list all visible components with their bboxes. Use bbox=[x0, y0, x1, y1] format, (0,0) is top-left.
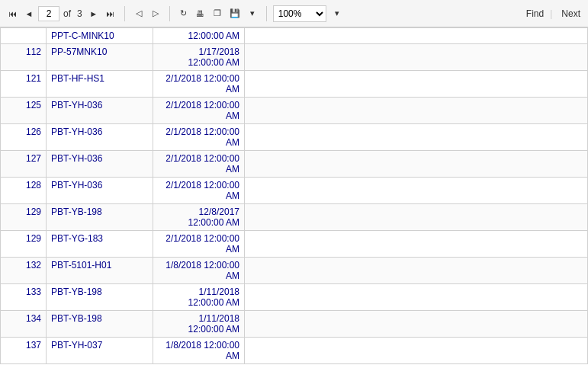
layout-button[interactable]: ❐ bbox=[210, 5, 225, 22]
cell-extra bbox=[245, 28, 588, 44]
page-total: 3 bbox=[75, 8, 85, 19]
cell-date: 2/1/2018 12:00:00AM bbox=[153, 231, 245, 258]
cell-code: PBT-YH-036 bbox=[47, 124, 153, 151]
nav-group: ⏮ ◄ of 3 ► ⏭ bbox=[5, 5, 118, 22]
table-row: 127 PBT-YH-036 2/1/2018 12:00:00AM bbox=[1, 151, 588, 178]
first-page-button[interactable]: ⏮ bbox=[5, 5, 20, 22]
cell-code: PBT-YH-036 bbox=[47, 178, 153, 204]
find-separator: | bbox=[550, 8, 552, 19]
cell-code: PPT-C-MINK10 bbox=[47, 28, 153, 44]
cell-code: PBT-YH-037 bbox=[47, 338, 153, 364]
separator-3 bbox=[266, 6, 267, 21]
cell-code: PBT-YB-198 bbox=[47, 311, 153, 338]
page-number-input[interactable] bbox=[38, 6, 59, 21]
table-row: 121 PBT-HF-HS1 2/1/2018 12:00:00AM bbox=[1, 71, 588, 98]
separator-2 bbox=[169, 6, 170, 21]
cell-date: 2/1/2018 12:00:00AM bbox=[153, 98, 245, 124]
cell-date: 1/11/201812:00:00 AM bbox=[153, 284, 245, 311]
table-row: 112 PP-57MNK10 1/17/201812:00:00 AM bbox=[1, 44, 588, 71]
table-row: 137 PBT-YH-037 1/8/2018 12:00:00AM bbox=[1, 338, 588, 364]
table-row: 134 PBT-YB-198 1/11/201812:00:00 AM bbox=[1, 311, 588, 338]
cell-extra bbox=[245, 71, 588, 98]
cell-code: PBT-YH-036 bbox=[47, 151, 153, 178]
cell-date: 2/1/2018 12:00:00AM bbox=[153, 71, 245, 98]
refresh-button[interactable]: ↻ bbox=[176, 5, 191, 22]
cell-extra bbox=[245, 178, 588, 204]
last-page-button[interactable]: ⏭ bbox=[103, 5, 118, 22]
history-group: ◁ ▷ bbox=[131, 5, 163, 22]
separator-1 bbox=[124, 6, 125, 21]
cell-id: 129 bbox=[1, 204, 47, 231]
export-button[interactable]: 💾 bbox=[227, 5, 243, 22]
cell-date: 12:00:00 AM bbox=[153, 28, 245, 44]
cell-extra bbox=[245, 311, 588, 338]
cell-id: 127 bbox=[1, 151, 47, 178]
cell-extra bbox=[245, 98, 588, 124]
cell-date: 1/11/201812:00:00 AM bbox=[153, 311, 245, 338]
cell-id: 112 bbox=[1, 44, 47, 71]
report-table: PPT-C-MINK10 12:00:00 AM 112 PP-57MNK10 … bbox=[0, 27, 588, 364]
table-row: 133 PBT-YB-198 1/11/201812:00:00 AM bbox=[1, 284, 588, 311]
cell-code: PBT-YH-036 bbox=[47, 98, 153, 124]
next-page-button[interactable]: ► bbox=[86, 5, 101, 22]
cell-code: PP-57MNK10 bbox=[47, 44, 153, 71]
action-group: ↻ 🖶 ❐ 💾 ▾ bbox=[176, 5, 260, 22]
cell-id: 126 bbox=[1, 124, 47, 151]
cell-code: PBT-YB-198 bbox=[47, 284, 153, 311]
print-button[interactable]: 🖶 bbox=[193, 5, 208, 22]
back-button[interactable]: ◁ bbox=[131, 5, 146, 22]
cell-extra bbox=[245, 231, 588, 258]
cell-date: 2/1/2018 12:00:00AM bbox=[153, 124, 245, 151]
cell-code: PBT-5101-H01 bbox=[47, 258, 153, 284]
table-row: 132 PBT-5101-H01 1/8/2018 12:00:00AM bbox=[1, 258, 588, 284]
zoom-dropdown-button[interactable]: ▾ bbox=[329, 5, 345, 22]
cell-id: 125 bbox=[1, 98, 47, 124]
table-row: 126 PBT-YH-036 2/1/2018 12:00:00AM bbox=[1, 124, 588, 151]
cell-extra bbox=[245, 124, 588, 151]
cell-code: PBT-YB-198 bbox=[47, 204, 153, 231]
prev-page-button[interactable]: ◄ bbox=[21, 5, 37, 22]
cell-id bbox=[1, 28, 47, 44]
find-label: Find bbox=[526, 8, 544, 19]
report-area: PPT-C-MINK10 12:00:00 AM 112 PP-57MNK10 … bbox=[0, 27, 588, 381]
cell-id: 134 bbox=[1, 311, 47, 338]
table-row: 125 PBT-YH-036 2/1/2018 12:00:00AM bbox=[1, 98, 588, 124]
cell-extra bbox=[245, 204, 588, 231]
next-button[interactable]: Next bbox=[558, 7, 583, 21]
cell-code: PBT-YG-183 bbox=[47, 231, 153, 258]
cell-date: 2/1/2018 12:00:00AM bbox=[153, 151, 245, 178]
cell-extra bbox=[245, 151, 588, 178]
cell-date: 1/17/201812:00:00 AM bbox=[153, 44, 245, 71]
cell-id: 128 bbox=[1, 178, 47, 204]
cell-extra bbox=[245, 44, 588, 71]
cell-extra bbox=[245, 258, 588, 284]
forward-button[interactable]: ▷ bbox=[148, 5, 163, 22]
cell-extra bbox=[245, 338, 588, 364]
cell-id: 137 bbox=[1, 338, 47, 364]
cell-id: 132 bbox=[1, 258, 47, 284]
cell-extra bbox=[245, 284, 588, 311]
table-row: 128 PBT-YH-036 2/1/2018 12:00:00AM bbox=[1, 178, 588, 204]
table-row: 129 PBT-YB-198 12/8/201712:00:00 AM bbox=[1, 204, 588, 231]
table-row: 129 PBT-YG-183 2/1/2018 12:00:00AM bbox=[1, 231, 588, 258]
cell-code: PBT-HF-HS1 bbox=[47, 71, 153, 98]
cell-date: 2/1/2018 12:00:00AM bbox=[153, 178, 245, 204]
cell-date: 1/8/2018 12:00:00AM bbox=[153, 338, 245, 364]
cell-date: 1/8/2018 12:00:00AM bbox=[153, 258, 245, 284]
of-label: of bbox=[61, 8, 73, 19]
cell-id: 129 bbox=[1, 231, 47, 258]
toolbar: ⏮ ◄ of 3 ► ⏭ ◁ ▷ ↻ 🖶 ❐ 💾 ▾ 50% 75% 100% … bbox=[0, 0, 588, 27]
cell-id: 133 bbox=[1, 284, 47, 311]
table-row: PPT-C-MINK10 12:00:00 AM bbox=[1, 28, 588, 44]
zoom-select[interactable]: 50% 75% 100% 125% 150% 200% bbox=[273, 5, 326, 22]
cell-id: 121 bbox=[1, 71, 47, 98]
cell-date: 12/8/201712:00:00 AM bbox=[153, 204, 245, 231]
export-dropdown-button[interactable]: ▾ bbox=[245, 5, 260, 22]
